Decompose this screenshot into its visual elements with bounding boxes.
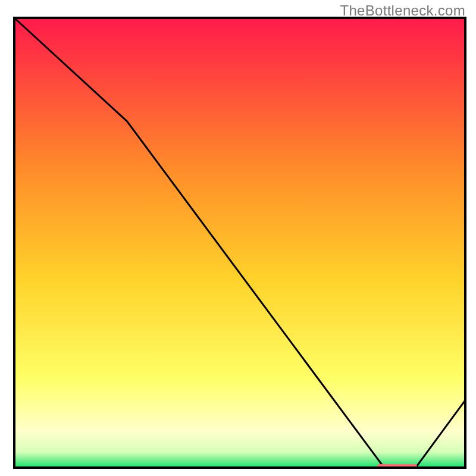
bottleneck-chart xyxy=(0,0,476,476)
plot-background xyxy=(14,18,465,468)
watermark-text: TheBottleneck.com xyxy=(340,2,465,19)
chart-container: TheBottleneck.com xyxy=(0,0,476,476)
